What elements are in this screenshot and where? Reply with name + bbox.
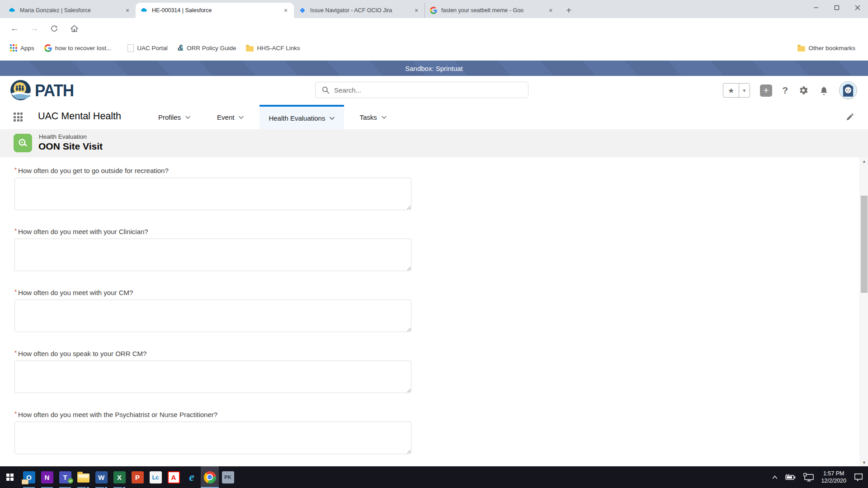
tab-title: fasten your seatbelt meme - Goo — [441, 7, 544, 14]
windows-taskbar: O N T W X P Lc — [0, 466, 868, 488]
taskbar-onenote[interactable]: N — [38, 466, 56, 488]
favorite-star-icon[interactable]: ★ — [723, 84, 739, 97]
salesforce-cloud-icon — [8, 6, 16, 14]
sandbox-banner: Sandbox: Sprintuat — [0, 61, 868, 76]
object-label: Health Evaluation — [39, 133, 87, 140]
system-tray: 1:57 PM 12/2/2020 — [771, 466, 868, 488]
orr-ampersand-icon: & — [178, 43, 184, 53]
required-asterisk: * — [14, 166, 17, 173]
nav-tabs: Profiles Event Health Evaluations Tasks — [149, 105, 396, 129]
bookmark-orr-policy-guide[interactable]: & ORR Policy Guide — [178, 43, 236, 53]
nav-tab-health-evaluations[interactable]: Health Evaluations — [259, 105, 344, 129]
nav-tab-profiles[interactable]: Profiles — [149, 105, 200, 129]
field-textarea-psychiatrist-np[interactable] — [14, 422, 411, 454]
taskbar-outlook[interactable]: O — [20, 466, 38, 488]
app-launcher-icon[interactable] — [14, 113, 24, 122]
tab-close-icon[interactable]: × — [547, 7, 554, 14]
reload-icon[interactable] — [49, 23, 60, 34]
field-group: *How often do you meet with the Psychiat… — [14, 411, 868, 454]
taskbar-chrome[interactable] — [201, 466, 219, 488]
required-asterisk: * — [14, 227, 17, 234]
window-maximize-button[interactable] — [826, 0, 847, 15]
clock-date: 12/2/2020 — [821, 477, 846, 484]
action-center-icon[interactable] — [854, 473, 863, 482]
new-tab-button[interactable]: + — [562, 4, 575, 17]
setup-gear-icon[interactable] — [798, 85, 809, 96]
back-button[interactable]: ← — [9, 23, 20, 34]
vertical-scrollbar[interactable]: ▲ ▼ — [860, 157, 868, 466]
taskbar-clock[interactable]: 1:57 PM 12/2/2020 — [821, 470, 846, 484]
taskbar-excel[interactable]: X — [110, 466, 128, 488]
outlook-icon: O — [23, 471, 35, 483]
tab-close-icon[interactable]: × — [124, 7, 131, 14]
field-label: *How often do you get to go outside for … — [14, 167, 868, 175]
bookmark-uac-portal[interactable]: UAC Portal — [127, 44, 168, 52]
bookmark-apps[interactable]: Apps — [10, 44, 34, 52]
bookmark-hhs-acf-links[interactable]: HHS-ACF Links — [246, 45, 300, 52]
start-button[interactable] — [0, 466, 20, 488]
search-input[interactable] — [333, 86, 528, 94]
app-name: UAC Mental Health — [38, 111, 121, 122]
excel-icon: X — [113, 471, 126, 483]
notifications-bell-icon[interactable] — [819, 85, 829, 96]
clock-time: 1:57 PM — [821, 470, 846, 477]
nav-tab-event[interactable]: Event — [208, 105, 253, 129]
folder-icon — [246, 46, 254, 52]
bookmark-how-to-recover[interactable]: how to recover lost... — [44, 44, 112, 52]
app-navigation-bar: UAC Mental Health Profiles Event Health … — [0, 105, 868, 130]
search-icon — [322, 86, 330, 94]
path-logo-text: PATH — [35, 80, 74, 100]
window-close-button[interactable] — [847, 0, 868, 15]
other-bookmarks-button[interactable]: Other bookmarks — [797, 45, 855, 52]
browser-tab-maria-gonzalez[interactable]: Maria Gonzalez | Salesforce × — [4, 3, 136, 18]
window-minimize-button[interactable] — [806, 0, 826, 15]
favorites-dropdown-icon[interactable]: ▾ — [739, 84, 749, 97]
global-search-box[interactable] — [315, 82, 528, 98]
taskbar-word[interactable]: W — [92, 466, 110, 488]
apps-grid-icon — [10, 44, 17, 52]
tab-close-icon[interactable]: × — [413, 7, 420, 14]
browser-tab-strip: Maria Gonzalez | Salesforce × HE-000314 … — [0, 0, 868, 18]
scroll-up-icon[interactable]: ▲ — [860, 157, 868, 165]
tab-close-icon[interactable]: × — [282, 7, 289, 14]
network-display-icon[interactable] — [803, 473, 815, 482]
field-label: *How often do you meet with your CM? — [14, 289, 868, 297]
field-group: *How often do you get to go outside for … — [14, 167, 868, 210]
global-actions-icon[interactable]: + — [760, 84, 772, 97]
header-icons: ★ ▾ + ? — [723, 76, 857, 105]
page-icon — [127, 44, 134, 52]
taskbar-livecycle[interactable]: Lc — [146, 466, 165, 488]
taskbar-acrobat[interactable]: A — [165, 466, 183, 488]
nav-tab-tasks[interactable]: Tasks — [350, 105, 396, 129]
help-icon[interactable]: ? — [782, 85, 788, 96]
edit-nav-pencil-icon[interactable] — [846, 113, 854, 123]
battery-icon[interactable] — [785, 474, 797, 481]
scroll-down-icon[interactable]: ▼ — [860, 459, 868, 466]
scrollbar-thumb[interactable] — [861, 196, 868, 293]
field-textarea-outside-recreation[interactable] — [14, 178, 411, 210]
field-textarea-meet-cm[interactable] — [14, 300, 411, 332]
teams-status-check-icon — [68, 477, 73, 485]
record-page-header: Health Evaluation OON Site Visit — [0, 129, 868, 158]
taskbar-powerpoint[interactable]: P — [128, 466, 146, 488]
browser-tab-jira[interactable]: Issue Navigator - ACF OCIO Jira × — [294, 3, 425, 18]
window-controls — [806, 0, 868, 18]
user-avatar[interactable] — [839, 81, 857, 99]
taskbar-pkzip[interactable]: PK — [219, 466, 237, 488]
taskbar-internet-explorer[interactable]: e — [183, 466, 201, 488]
field-textarea-meet-clinician[interactable] — [14, 239, 411, 271]
required-asterisk: * — [14, 349, 17, 356]
tray-show-hidden-icons[interactable] — [771, 474, 778, 480]
home-icon[interactable] — [69, 23, 80, 34]
forward-button[interactable]: → — [29, 23, 40, 34]
field-group: *How often do you meet with your Clinici… — [14, 228, 868, 271]
jira-diamond-icon — [298, 6, 307, 14]
favorites-button[interactable]: ★ ▾ — [723, 83, 750, 98]
field-textarea-speak-orr-cm[interactable] — [14, 361, 411, 393]
google-g-icon — [44, 44, 52, 52]
browser-tab-google-search[interactable]: fasten your seatbelt meme - Goo × — [425, 3, 559, 18]
bookmarks-bar: Apps how to recover lost... UAC Portal &… — [0, 39, 868, 57]
taskbar-teams[interactable]: T — [56, 466, 74, 488]
taskbar-file-explorer[interactable] — [74, 466, 92, 488]
browser-tab-he-000314[interactable]: HE-000314 | Salesforce × — [136, 3, 294, 18]
